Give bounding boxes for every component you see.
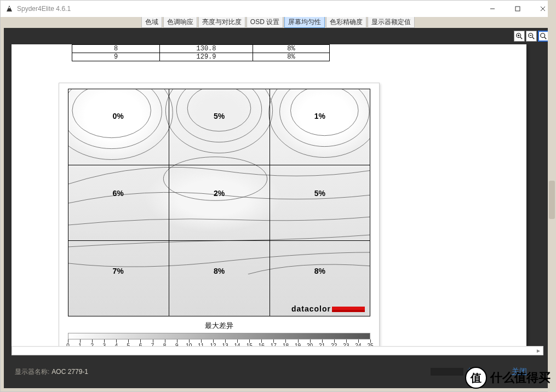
tab-tone-response[interactable]: 色调响应 — [163, 17, 197, 28]
zoom-fit-button[interactable] — [538, 31, 549, 42]
cell-pct: 8% — [253, 45, 330, 53]
zoom-out-button[interactable] — [526, 31, 537, 42]
tab-gamut[interactable]: 色域 — [141, 17, 162, 28]
app-window: Spyder4Elite 4.6.1 色域 色调响应 亮度与对比度 OSD 设置… — [0, 0, 556, 392]
legend-gradient — [68, 333, 370, 339]
data-table: 8 130.8 8% 9 129.9 8% — [72, 44, 330, 61]
cell-idx: 8 — [72, 45, 160, 53]
cell-val: 130.8 — [160, 45, 253, 53]
zone-2-label: 5% — [214, 112, 225, 120]
tab-bar: 色域 色调响应 亮度与对比度 OSD 设置 屏幕均匀性 色彩精确度 显示器额定值 — [4, 17, 552, 28]
document-viewport[interactable]: 8 130.8 8% 9 129.9 8% — [4, 44, 552, 355]
uniformity-chart: 0% 5% 1% 6% 2% 5% 7% 8% 8% datacolor 最大差… — [59, 83, 380, 355]
chart-plot-area: 0% 5% 1% 6% 2% 5% 7% 8% 8% datacolor — [68, 89, 370, 316]
app-shell: 色域 色调响应 亮度与对比度 OSD 设置 屏幕均匀性 色彩精确度 显示器额定值… — [1, 17, 555, 391]
scroll-right-arrow[interactable]: ► — [534, 347, 543, 355]
zoom-in-button[interactable] — [514, 31, 525, 42]
monitor-name-value: AOC 2779-1 — [51, 368, 88, 376]
maximize-button[interactable] — [505, 1, 530, 17]
progress-indicator — [431, 368, 463, 376]
table-row: 9 129.9 8% — [72, 53, 330, 61]
zone-4-label: 6% — [113, 189, 124, 198]
zone-7-label: 7% — [113, 267, 124, 275]
nine-zone-grid — [68, 89, 370, 316]
watermark: 值 什么值得买 — [462, 366, 554, 390]
datacolor-brand: datacolor — [291, 304, 365, 313]
titlebar: Spyder4Elite 4.6.1 — [1, 1, 555, 17]
minimize-button[interactable] — [480, 1, 505, 17]
app-icon — [5, 4, 14, 13]
watermark-text: 什么值得买 — [490, 370, 551, 386]
watermark-icon: 值 — [465, 367, 487, 389]
svg-rect-1 — [515, 7, 520, 11]
horizontal-scrollbar[interactable]: ◄ ► — [12, 346, 543, 355]
report-page: 8 130.8 8% 9 129.9 8% — [12, 44, 526, 351]
vertical-scrollbar[interactable] — [548, 0, 556, 392]
tab-brightness-contrast[interactable]: 亮度与对比度 — [198, 17, 245, 28]
vscroll-thumb[interactable] — [549, 181, 555, 219]
table-row: 8 130.8 8% — [72, 45, 330, 53]
svg-point-0 — [9, 7, 10, 9]
scroll-thumb[interactable] — [13, 347, 542, 354]
zone-1-label: 0% — [113, 112, 124, 120]
zone-8-label: 8% — [214, 267, 225, 275]
monitor-name-label: 显示器名称: — [15, 367, 49, 377]
zone-5-label: 2% — [214, 189, 225, 198]
content-panel: 8 130.8 8% 9 129.9 8% — [4, 28, 552, 388]
zone-3-label: 1% — [314, 112, 325, 120]
cell-idx: 9 — [72, 53, 160, 61]
zone-6-label: 5% — [314, 189, 325, 198]
cell-val: 129.9 — [160, 53, 253, 61]
zone-9-label: 8% — [314, 267, 325, 275]
tab-screen-uniformity[interactable]: 屏幕均匀性 — [284, 17, 325, 28]
svg-point-4 — [541, 33, 545, 38]
tab-monitor-rating[interactable]: 显示器额定值 — [368, 17, 415, 28]
zoom-toolbar — [4, 28, 552, 44]
tab-color-accuracy[interactable]: 色彩精确度 — [326, 17, 366, 28]
cell-pct: 8% — [253, 53, 330, 61]
tab-osd-settings[interactable]: OSD 设置 — [247, 17, 283, 28]
window-title: Spyder4Elite 4.6.1 — [17, 5, 71, 13]
legend-title: 最大差异 — [59, 321, 379, 331]
